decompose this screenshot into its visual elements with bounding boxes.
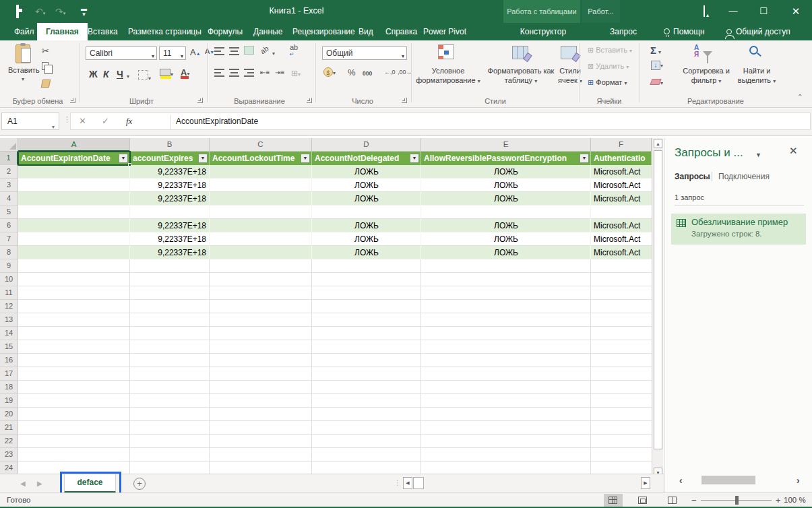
row-header-22[interactable]: 22 [0,435,18,448]
conditional-formatting-button[interactable] [438,44,454,61]
assistant-button[interactable]: Помощн [664,23,705,40]
italic-button[interactable]: К [103,69,109,80]
scroll-right-icon[interactable]: ▶ [641,477,650,489]
tab-конструктор[interactable]: Конструктор [512,23,574,40]
undo-button[interactable]: ↶▾ [35,6,45,17]
cell-F8[interactable]: Microsoft.Act [591,246,652,259]
cell-F7[interactable]: Microsoft.Act [591,232,652,246]
paste-button[interactable]: Вставить [8,44,38,82]
font-family-combobox[interactable]: Calibri▾ [86,46,157,60]
vertical-scrollbar[interactable]: ▲ ▼ [652,138,663,479]
increase-indent-button[interactable]: ⇥≡ [275,69,284,76]
bold-button[interactable]: Ж [89,69,98,80]
tab-scrollbar-splitter[interactable]: ⋮ [394,479,401,486]
row-header-16[interactable]: 16 [0,354,18,367]
font-dialog-launcher[interactable] [197,98,203,103]
column-header-F[interactable]: F [591,138,652,152]
cell-B6[interactable]: 9,22337E+18 [130,219,210,232]
cell-B4[interactable]: 9,22337E+18 [130,192,210,205]
row-header-19[interactable]: 19 [0,394,18,408]
cell-E2[interactable]: ЛОЖЬ [421,165,591,179]
format-painter-button[interactable] [42,80,50,89]
close-button[interactable]: ✕ [784,0,807,23]
cell-F6[interactable]: Microsoft.Act [591,219,652,232]
decrease-indent-button[interactable]: ⇤≡ [260,69,270,76]
row-header-24[interactable]: 24 [0,462,18,474]
align-top-icon[interactable] [214,47,224,56]
row-header-23[interactable]: 23 [0,448,18,462]
cell-styles-button[interactable] [561,46,577,61]
maximize-button[interactable]: ☐ [752,0,775,23]
view-normal-button[interactable] [604,494,623,507]
format-as-table-label[interactable]: Форматировать как таблицу [487,66,555,86]
row-header-21[interactable]: 21 [0,421,18,435]
zoom-in-button[interactable]: + [776,495,781,505]
align-bottom-icon[interactable] [244,46,254,55]
increase-decimal-button[interactable]: ←,0 [384,69,396,75]
name-box[interactable]: A1▾ [1,113,59,130]
alignment-dialog-launcher[interactable] [307,98,312,103]
cell-D2[interactable]: ЛОЖЬ [312,165,421,179]
find-select-label[interactable]: Найти и выделить [735,66,779,86]
delete-cells-button[interactable]: ⊠ Удалить [588,62,629,71]
cell-B8[interactable]: 9,22337E+18 [130,246,210,259]
table-header-Authenticatio[interactable]: Authenticatio [591,152,652,165]
cancel-entry-icon[interactable]: ✕ [79,116,86,126]
cell-B3[interactable]: 9,22337E+18 [130,179,210,192]
column-header-B[interactable]: B [130,138,210,152]
view-page-break-button[interactable] [663,494,682,507]
panel-tab-queries[interactable]: Запросы [675,172,710,181]
insert-cells-button[interactable]: ⊞ Вставить [588,46,632,55]
font-color-button[interactable]: А [181,67,189,77]
view-page-layout-button[interactable] [633,494,652,507]
panel-tab-connections[interactable]: Подключения [718,172,770,181]
redo-button[interactable]: ↷▾ [55,6,65,17]
align-middle-icon[interactable] [229,47,239,56]
table-header-AccountNotDelegated[interactable]: AccountNotDelegated [312,152,421,165]
zoom-slider-handle[interactable] [735,496,739,505]
row-header-13[interactable]: 13 [0,313,18,327]
sort-filter-label[interactable]: Сортировка и фильтр [679,66,733,86]
font-size-combobox[interactable]: 11▾ [159,46,186,60]
cell-E3[interactable]: ЛОЖЬ [421,179,591,192]
horizontal-scroll-thumb[interactable] [413,477,424,489]
panel-scroll-right-icon[interactable]: › [797,475,800,486]
row-header-14[interactable]: 14 [0,327,18,340]
underline-button[interactable]: Ч [117,69,123,80]
vertical-scroll-thumb[interactable] [654,150,662,449]
tab-формулы[interactable]: Формулы [199,23,251,40]
filter-dropdown-icon-D[interactable]: ▼ [410,154,419,163]
tab-power-pivot[interactable]: Power Pivot [414,23,475,40]
cell-D6[interactable]: ЛОЖЬ [312,219,421,232]
underline-caret-icon[interactable] [127,71,129,80]
sheet-cells-area[interactable]: AccountExpirationDate▼accountExpires▼Acc… [18,152,652,474]
align-left-icon[interactable] [214,69,224,77]
sort-filter-button[interactable]: АЯ [694,44,712,58]
query-list-item[interactable]: Обезличивание пример Загружено строк: 8. [671,214,806,245]
comma-style-button[interactable]: 000 [363,70,372,77]
save-button[interactable] [16,6,19,17]
sheet-nav-next-icon[interactable]: ▶ [37,480,42,487]
panel-close-icon[interactable]: ✕ [789,145,798,157]
format-as-table-button[interactable] [512,46,528,61]
cut-button[interactable]: ✂ [42,46,49,56]
table-header-AccountLockoutTime[interactable]: AccountLockoutTime [210,152,312,165]
column-header-E[interactable]: E [421,138,591,152]
copy-button[interactable] [42,62,51,71]
autosum-button[interactable]: Σ [650,44,661,56]
increase-font-button[interactable]: А▲ [190,47,201,57]
cell-B7[interactable]: 9,22337E+18 [130,232,210,246]
tab-разметка-страницы[interactable]: Разметка страницы [119,23,210,40]
merge-center-button[interactable]: ⊞ [291,69,301,78]
collapse-ribbon-icon[interactable]: ⌃ [797,93,803,100]
filter-dropdown-icon-E[interactable]: ▼ [580,154,589,163]
decrease-decimal-button[interactable]: ,00→ [398,69,412,75]
row-header-1[interactable]: 1 [0,152,18,165]
cell-styles-label[interactable]: Стили ячеек [551,66,589,86]
panel-scroll-left-icon[interactable]: ‹ [679,475,683,486]
row-header-11[interactable]: 11 [0,286,18,300]
confirm-entry-icon[interactable]: ✓ [102,116,109,126]
row-header-20[interactable]: 20 [0,408,18,421]
orientation-caret-icon[interactable] [272,49,275,57]
borders-button[interactable] [138,70,151,82]
